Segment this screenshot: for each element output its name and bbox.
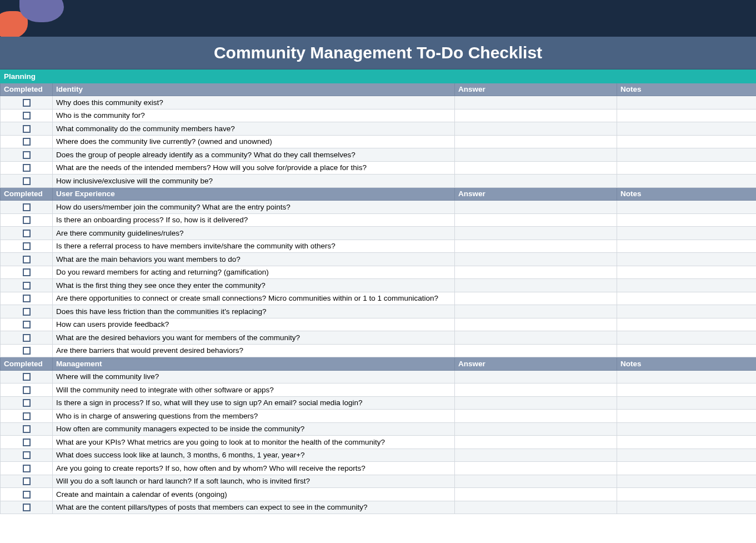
checkbox[interactable] (23, 308, 31, 316)
notes-cell[interactable] (617, 488, 757, 501)
checkbox[interactable] (23, 256, 31, 263)
answer-cell[interactable] (455, 383, 617, 397)
table-row: Will the community need to integrate wit… (1, 383, 757, 397)
notes-cell[interactable] (617, 383, 757, 397)
checkbox[interactable] (23, 425, 31, 433)
checkbox[interactable] (23, 386, 31, 394)
answer-cell[interactable] (455, 475, 617, 488)
checkbox[interactable] (23, 451, 31, 459)
checkbox[interactable] (23, 177, 31, 185)
notes-cell[interactable] (617, 109, 757, 122)
notes-cell[interactable] (617, 318, 757, 331)
answer-cell[interactable] (455, 266, 617, 279)
notes-cell[interactable] (617, 279, 757, 292)
notes-cell[interactable] (617, 292, 757, 305)
answer-cell[interactable] (455, 109, 617, 122)
notes-cell[interactable] (617, 331, 757, 345)
answer-cell[interactable] (455, 449, 617, 462)
checkbox[interactable] (23, 216, 31, 224)
checkbox[interactable] (23, 439, 31, 446)
answer-cell[interactable] (455, 122, 617, 136)
checkbox[interactable] (23, 125, 31, 133)
answer-cell[interactable] (455, 213, 617, 227)
checkbox[interactable] (23, 99, 31, 107)
question-cell: What are the needs of the intended membe… (53, 161, 455, 175)
answer-cell[interactable] (455, 370, 617, 383)
notes-cell[interactable] (617, 240, 757, 253)
answer-cell[interactable] (455, 148, 617, 162)
checkbox[interactable] (23, 242, 31, 250)
answer-cell[interactable] (455, 331, 617, 345)
notes-cell[interactable] (617, 305, 757, 318)
checkbox[interactable] (23, 295, 31, 302)
notes-cell[interactable] (617, 148, 757, 162)
notes-cell[interactable] (617, 422, 757, 436)
answer-cell[interactable] (455, 175, 617, 188)
checkbox[interactable] (23, 334, 31, 342)
answer-cell[interactable] (455, 318, 617, 331)
notes-cell[interactable] (617, 253, 757, 266)
answer-cell[interactable] (455, 488, 617, 501)
answer-cell[interactable] (455, 462, 617, 475)
column-header-group-name: Management (53, 357, 455, 371)
notes-cell[interactable] (617, 410, 757, 423)
question-cell: Is there a sign in process? If so, what … (53, 396, 455, 410)
checkbox[interactable] (23, 203, 31, 211)
answer-cell[interactable] (455, 227, 617, 240)
checkbox[interactable] (23, 504, 31, 511)
notes-cell[interactable] (617, 213, 757, 227)
notes-cell[interactable] (617, 370, 757, 383)
checkbox[interactable] (23, 112, 31, 119)
notes-cell[interactable] (617, 175, 757, 188)
table-row: How inclusive/exclusive will the communi… (1, 175, 757, 188)
checkbox[interactable] (23, 399, 31, 407)
checkbox[interactable] (23, 138, 31, 146)
checkbox[interactable] (23, 268, 31, 276)
notes-cell[interactable] (617, 449, 757, 462)
notes-cell[interactable] (617, 266, 757, 279)
checkbox[interactable] (23, 151, 31, 159)
answer-cell[interactable] (455, 161, 617, 175)
answer-cell[interactable] (455, 410, 617, 423)
answer-cell[interactable] (455, 292, 617, 305)
checkbox[interactable] (23, 412, 31, 420)
notes-cell[interactable] (617, 462, 757, 475)
notes-cell[interactable] (617, 135, 757, 148)
table-row: Who is in charge of answering questions … (1, 410, 757, 423)
question-cell: What does success look like at launch, 3… (53, 449, 455, 462)
answer-cell[interactable] (455, 253, 617, 266)
checkbox[interactable] (23, 347, 31, 355)
notes-cell[interactable] (617, 396, 757, 410)
answer-cell[interactable] (455, 305, 617, 318)
answer-cell[interactable] (455, 422, 617, 436)
completed-cell (1, 318, 53, 331)
notes-cell[interactable] (617, 475, 757, 488)
answer-cell[interactable] (455, 96, 617, 109)
answer-cell[interactable] (455, 240, 617, 253)
notes-cell[interactable] (617, 122, 757, 136)
checkbox[interactable] (23, 465, 31, 472)
answer-cell[interactable] (455, 436, 617, 449)
notes-cell[interactable] (617, 161, 757, 175)
notes-cell[interactable] (617, 227, 757, 240)
answer-cell[interactable] (455, 501, 617, 514)
notes-cell[interactable] (617, 344, 757, 357)
answer-cell[interactable] (455, 344, 617, 357)
notes-cell[interactable] (617, 201, 757, 214)
answer-cell[interactable] (455, 135, 617, 148)
answer-cell[interactable] (455, 396, 617, 410)
notes-cell[interactable] (617, 501, 757, 514)
checkbox[interactable] (23, 321, 31, 328)
answer-cell[interactable] (455, 279, 617, 292)
checkbox[interactable] (23, 230, 31, 237)
checkbox[interactable] (23, 491, 31, 499)
notes-cell[interactable] (617, 96, 757, 109)
question-cell: How can users provide feedback? (53, 318, 455, 331)
notes-cell[interactable] (617, 436, 757, 449)
section-row-planning: Planning (1, 70, 757, 83)
checkbox[interactable] (23, 477, 31, 485)
checkbox[interactable] (23, 164, 31, 172)
checkbox[interactable] (23, 373, 31, 381)
checkbox[interactable] (23, 282, 31, 290)
answer-cell[interactable] (455, 201, 617, 214)
